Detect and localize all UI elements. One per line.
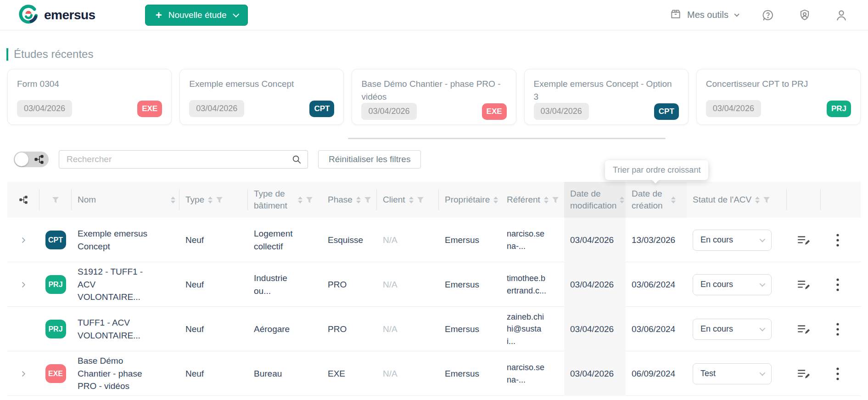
expand-row-button[interactable] bbox=[19, 280, 28, 289]
study-card[interactable]: Exemple emersus Concept - Option 3 03/04… bbox=[524, 69, 689, 125]
study-name[interactable]: Exemple emersus Concept bbox=[72, 227, 161, 253]
filter-icon[interactable] bbox=[306, 197, 313, 203]
referent: narciso.sena-... bbox=[501, 361, 550, 385]
sort-icon[interactable] bbox=[620, 197, 624, 203]
column-header-name: Nom bbox=[72, 189, 179, 210]
sort-icon[interactable] bbox=[544, 197, 549, 203]
column-header-referent: Référent bbox=[501, 189, 564, 210]
sort-icon[interactable] bbox=[298, 197, 302, 203]
sort-icon[interactable] bbox=[171, 197, 175, 203]
help-button[interactable] bbox=[762, 9, 774, 22]
table-row: EXE Base Démo Chantier - phase PRO - vid… bbox=[7, 351, 861, 396]
brand-logo[interactable]: emersus bbox=[18, 4, 95, 26]
study-card[interactable]: Exemple emersus Concept 03/04/2026 CPT bbox=[179, 69, 344, 125]
sort-icon[interactable] bbox=[356, 197, 361, 203]
acv-status-value: En cours bbox=[700, 280, 733, 289]
study-name[interactable]: S1912 - TUFF1 - ACV VOLONTAIRE... bbox=[72, 265, 161, 304]
filter-icon[interactable] bbox=[763, 197, 770, 203]
sort-icon[interactable] bbox=[208, 197, 213, 203]
dashboard-page: emersus + Nouvelle étude Mes outils bbox=[0, 0, 868, 400]
new-study-button[interactable]: + Nouvelle étude bbox=[145, 5, 248, 26]
row-menu-button[interactable] bbox=[836, 322, 840, 336]
phase-badge[interactable]: CPT bbox=[45, 231, 66, 249]
emersus-logo-icon bbox=[18, 4, 39, 26]
acv-status-select[interactable]: En cours bbox=[693, 319, 772, 340]
building-type: Bureau bbox=[248, 367, 303, 380]
sort-icon[interactable] bbox=[409, 197, 414, 203]
study-date: 03/04/2026 bbox=[17, 100, 72, 117]
reset-filters-button[interactable]: Réinitialiser les filtres bbox=[318, 150, 421, 169]
filter-icon[interactable] bbox=[52, 197, 59, 203]
edit-study-button[interactable] bbox=[797, 368, 811, 380]
column-label: Date de création bbox=[632, 188, 667, 211]
phase-badge[interactable]: EXE bbox=[45, 364, 66, 383]
edit-icon bbox=[797, 279, 811, 291]
sort-icon[interactable] bbox=[671, 197, 676, 203]
study-card[interactable]: Concertisseur CPT to PRJ 03/04/2026 PRJ bbox=[696, 69, 861, 125]
building-type: Industrie ou... bbox=[248, 272, 303, 297]
study-name[interactable]: Base Démo Chantier - phase PRO - vidéos bbox=[72, 355, 161, 393]
acv-status-select[interactable]: En cours bbox=[693, 230, 772, 251]
table-row: PRJ TUFF1 - ACV VOLONTAIRE... Neuf Aérog… bbox=[7, 307, 861, 351]
filter-icon[interactable] bbox=[364, 197, 371, 203]
column-header-date-created: Date de création bbox=[626, 182, 687, 218]
edit-study-button[interactable] bbox=[797, 279, 811, 291]
study-card[interactable]: Form 0304 03/04/2026 EXE bbox=[7, 69, 172, 125]
row-menu-button[interactable] bbox=[836, 233, 840, 247]
tree-view-toggle[interactable] bbox=[14, 152, 49, 167]
kebab-menu-icon bbox=[836, 367, 840, 381]
study-card-title: Exemple emersus Concept - Option 3 bbox=[534, 78, 679, 103]
row-menu-button[interactable] bbox=[836, 278, 840, 292]
search-input[interactable] bbox=[59, 150, 308, 169]
filter-icon[interactable] bbox=[417, 197, 424, 203]
acv-status-select[interactable]: Test bbox=[693, 363, 772, 384]
cards-scrollbar[interactable] bbox=[348, 138, 666, 139]
account-button[interactable] bbox=[835, 9, 848, 22]
row-menu-button[interactable] bbox=[836, 367, 840, 381]
date-modified: 03/04/2026 bbox=[564, 235, 617, 245]
expand-row-button[interactable] bbox=[19, 236, 28, 245]
admin-shield-button[interactable] bbox=[798, 9, 811, 22]
study-card[interactable]: Base Démo Chantier - phase PRO - vidéos … bbox=[352, 69, 516, 125]
phase: EXE bbox=[322, 369, 377, 379]
sort-icon[interactable] bbox=[755, 197, 760, 203]
column-label: Type bbox=[185, 194, 204, 206]
acv-status-value: En cours bbox=[700, 324, 733, 334]
study-name[interactable]: TUFF1 - ACV VOLONTAIRE... bbox=[72, 316, 161, 342]
filter-icon[interactable] bbox=[216, 197, 223, 203]
owner: Emersus bbox=[439, 324, 501, 334]
phase: Esquisse bbox=[322, 235, 377, 245]
expand-row-button[interactable] bbox=[19, 369, 28, 378]
column-header-building-type: Type de bâtiment bbox=[248, 189, 322, 210]
study-type: Neuf bbox=[179, 324, 248, 334]
study-card-title: Base Démo Chantier - phase PRO - vidéos bbox=[361, 78, 506, 103]
accent-bar bbox=[6, 48, 8, 61]
acv-status-select[interactable]: En cours bbox=[693, 274, 772, 295]
phase-badge[interactable]: PRJ bbox=[45, 275, 66, 294]
chevron-down-icon bbox=[760, 370, 766, 376]
column-label: Date de modification bbox=[570, 188, 616, 211]
recent-studies-header: Études récentes bbox=[6, 48, 868, 61]
chevron-down-icon bbox=[734, 11, 739, 17]
chevron-right-icon bbox=[19, 280, 28, 289]
tree-column-header[interactable] bbox=[7, 189, 39, 210]
edit-study-button[interactable] bbox=[797, 323, 811, 335]
date-created: 03/06/2024 bbox=[626, 324, 687, 334]
edit-study-button[interactable] bbox=[797, 234, 811, 246]
acv-status-value: En cours bbox=[700, 235, 733, 245]
column-label: Type de bâtiment bbox=[254, 188, 294, 211]
my-tools-menu[interactable]: Mes outils bbox=[670, 8, 738, 22]
chevron-right-icon bbox=[19, 369, 28, 378]
referent: timothee.bertrand.c... bbox=[501, 272, 550, 296]
column-header-client: Client bbox=[377, 189, 439, 210]
sort-icon[interactable] bbox=[493, 197, 498, 203]
column-label: Statut de l'ACV bbox=[693, 194, 751, 206]
filter-icon[interactable] bbox=[552, 197, 559, 203]
phase-badge[interactable]: PRJ bbox=[45, 320, 66, 338]
search-icon bbox=[291, 154, 302, 164]
study-card-title: Form 0304 bbox=[17, 78, 162, 90]
chevron-right-icon bbox=[19, 236, 28, 245]
study-type: Neuf bbox=[179, 280, 248, 290]
client: N/A bbox=[377, 280, 439, 290]
client: N/A bbox=[377, 235, 439, 245]
